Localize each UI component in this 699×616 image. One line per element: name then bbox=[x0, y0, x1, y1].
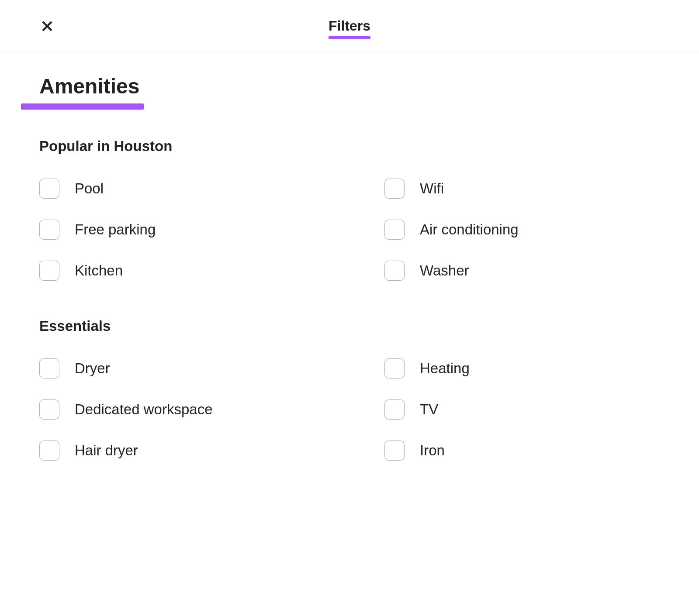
checkbox-iron[interactable] bbox=[384, 440, 405, 461]
section-title-amenities: Amenities bbox=[39, 74, 139, 101]
amenity-item-dryer[interactable]: Dryer bbox=[39, 358, 336, 379]
amenity-label: Pool bbox=[75, 180, 104, 197]
amenity-item-kitchen[interactable]: Kitchen bbox=[39, 261, 336, 281]
checkbox-washer[interactable] bbox=[384, 261, 405, 281]
checkbox-dedicated-workspace[interactable] bbox=[39, 399, 59, 420]
amenity-item-iron[interactable]: Iron bbox=[363, 440, 660, 461]
amenity-label: Free parking bbox=[75, 221, 156, 238]
checkbox-heating[interactable] bbox=[384, 358, 405, 379]
subsection-title-essentials: Essentials bbox=[39, 318, 660, 334]
amenity-item-pool[interactable]: Pool bbox=[39, 179, 336, 199]
checkbox-dryer[interactable] bbox=[39, 358, 59, 379]
amenity-item-wifi[interactable]: Wifi bbox=[363, 179, 660, 199]
amenity-item-heating[interactable]: Heating bbox=[363, 358, 660, 379]
amenities-grid-essentials: Dryer Heating Dedicated workspace TV Hai… bbox=[39, 358, 660, 461]
amenity-label: Iron bbox=[420, 442, 445, 459]
amenity-label: TV bbox=[420, 401, 438, 418]
checkbox-hair-dryer[interactable] bbox=[39, 440, 59, 461]
amenity-item-hair-dryer[interactable]: Hair dryer bbox=[39, 440, 336, 461]
amenity-label: Dedicated workspace bbox=[75, 401, 213, 418]
close-icon bbox=[41, 20, 54, 33]
checkbox-tv[interactable] bbox=[384, 399, 405, 420]
amenity-item-free-parking[interactable]: Free parking bbox=[39, 220, 336, 240]
amenity-label: Heating bbox=[420, 360, 470, 377]
amenity-label: Hair dryer bbox=[75, 442, 138, 459]
checkbox-kitchen[interactable] bbox=[39, 261, 59, 281]
amenity-item-dedicated-workspace[interactable]: Dedicated workspace bbox=[39, 399, 336, 420]
amenity-label: Wifi bbox=[420, 180, 444, 197]
amenity-item-washer[interactable]: Washer bbox=[363, 261, 660, 281]
subsection-title-popular: Popular in Houston bbox=[39, 138, 660, 155]
amenities-grid-popular: Pool Wifi Free parking Air conditioning … bbox=[39, 179, 660, 281]
checkbox-wifi[interactable] bbox=[384, 179, 405, 199]
amenity-item-air-conditioning[interactable]: Air conditioning bbox=[363, 220, 660, 240]
amenity-item-tv[interactable]: TV bbox=[363, 399, 660, 420]
amenity-label: Air conditioning bbox=[420, 221, 519, 238]
amenity-label: Kitchen bbox=[75, 262, 123, 279]
modal-header: Filters bbox=[0, 0, 699, 52]
amenity-label: Washer bbox=[420, 262, 469, 279]
modal-content: Amenities Popular in Houston Pool Wifi F… bbox=[0, 52, 699, 461]
subsection-popular: Popular in Houston Pool Wifi Free parkin… bbox=[39, 138, 660, 281]
checkbox-air-conditioning[interactable] bbox=[384, 220, 405, 240]
subsection-essentials: Essentials Dryer Heating Dedicated works… bbox=[39, 318, 660, 461]
checkbox-free-parking[interactable] bbox=[39, 220, 59, 240]
modal-title: Filters bbox=[329, 18, 370, 34]
checkbox-pool[interactable] bbox=[39, 179, 59, 199]
close-button[interactable] bbox=[38, 17, 56, 35]
amenity-label: Dryer bbox=[75, 360, 110, 377]
